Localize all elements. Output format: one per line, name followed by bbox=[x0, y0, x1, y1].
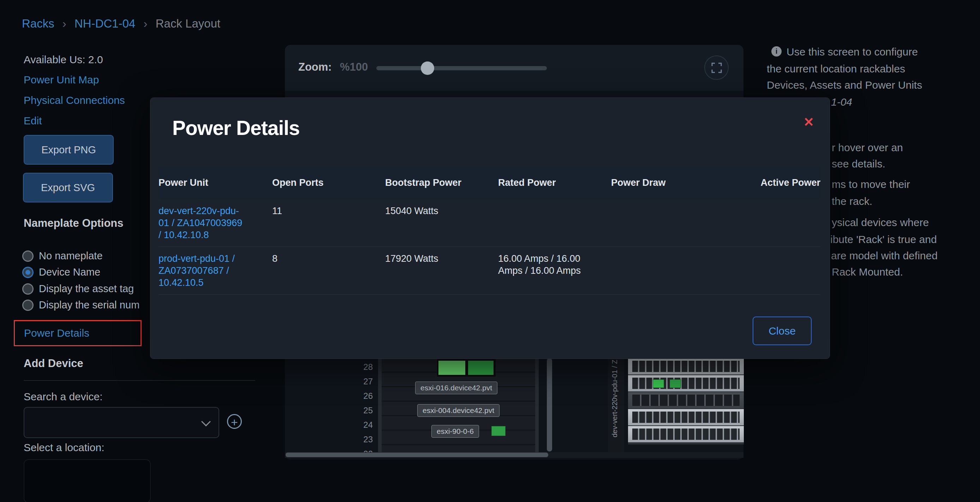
power-unit-link[interactable]: dev-vert-220v-pdu-01 / ZA1047003969 / 10… bbox=[159, 205, 247, 241]
table-row: prod-vert-pdu-01 / ZA0737007687 / 10.42.… bbox=[159, 247, 821, 295]
radio-device-name[interactable]: Device Name bbox=[22, 266, 100, 278]
sidebar-link-edit[interactable]: Edit bbox=[24, 115, 42, 127]
help-text-line: Use this screen to configure bbox=[786, 46, 918, 58]
power-details-modal: Power Details ✕ Power Unit Open Ports Bo… bbox=[150, 97, 830, 359]
radio-icon bbox=[22, 283, 33, 295]
zoom-slider-thumb[interactable] bbox=[421, 62, 434, 75]
fullscreen-button[interactable] bbox=[704, 56, 729, 80]
vertical-pdu[interactable]: dev-vert-220v-pdu-01 / Z bbox=[608, 358, 624, 453]
drive-slots bbox=[632, 411, 740, 423]
power-units-table: Power Unit Open Ports Bootstrap Power Ra… bbox=[159, 166, 821, 295]
cell-active-power bbox=[724, 199, 821, 247]
radio-no-nameplate[interactable]: No nameplate bbox=[22, 250, 103, 262]
breadcrumb-separator: › bbox=[144, 17, 148, 30]
header-rated-power: Rated Power bbox=[498, 166, 611, 199]
pdu-vertical-label: dev-vert-220v-pdu-01 / Z bbox=[611, 360, 619, 437]
help-fragment: r hover over an bbox=[832, 141, 903, 154]
drive-slots bbox=[632, 395, 740, 406]
header-bootstrap-power: Bootstrap Power bbox=[385, 166, 498, 199]
server-unit bbox=[628, 392, 744, 408]
rated-power-value: 16.00 Amps / 16.00 Amps / 16.00 Amps bbox=[498, 253, 589, 277]
cell-bootstrap-power: 15040 Watts bbox=[385, 199, 498, 247]
server-unit bbox=[628, 409, 744, 426]
header-open-ports: Open Ports bbox=[272, 166, 385, 199]
export-png-button[interactable]: Export PNG bbox=[24, 135, 114, 165]
help-fragment: see details. bbox=[832, 158, 885, 170]
sidebar-divider bbox=[24, 380, 255, 381]
device-lcd-screen bbox=[437, 359, 496, 376]
zoom-slider-track[interactable] bbox=[376, 66, 547, 70]
modal-title: Power Details bbox=[172, 116, 300, 140]
cell-rated-power bbox=[498, 199, 611, 247]
server-unit bbox=[628, 358, 744, 375]
header-active-power: Active Power bbox=[724, 166, 821, 199]
server-unit bbox=[628, 426, 744, 442]
help-fragment: ysical devices where bbox=[832, 216, 929, 229]
power-details-link-highlighted[interactable]: Power Details bbox=[14, 320, 142, 346]
device-status-screen bbox=[492, 426, 506, 436]
canvas-vertical-scrollbar[interactable] bbox=[547, 358, 552, 451]
help-fragment: ms to move their bbox=[832, 178, 910, 191]
location-select[interactable] bbox=[24, 459, 151, 502]
power-details-link-label: Power Details bbox=[24, 327, 89, 339]
select-location-label: Select a location: bbox=[24, 441, 104, 454]
breadcrumb-racks-link[interactable]: Racks bbox=[22, 17, 54, 30]
drive-slots bbox=[632, 378, 740, 389]
server-unit bbox=[628, 375, 744, 391]
sidebar-link-power-unit-map[interactable]: Power Unit Map bbox=[24, 74, 99, 86]
device-badge-esxi-90-0-6[interactable]: esxi-90-0-6 bbox=[431, 425, 479, 438]
radio-icon bbox=[22, 300, 33, 311]
rack-unit-numbers: 28 27 26 25 24 23 22 bbox=[355, 360, 373, 461]
modal-close-icon[interactable]: ✕ bbox=[803, 115, 814, 130]
cell-power-unit: prod-vert-pdu-01 / ZA0737007687 / 10.42.… bbox=[159, 247, 272, 294]
device-badge-esxi-004[interactable]: esxi-004.device42.pvt bbox=[417, 404, 500, 417]
cell-active-power bbox=[724, 247, 821, 294]
radio-display-asset-tag[interactable]: Display the asset tag bbox=[22, 283, 134, 295]
cell-bootstrap-power: 17920 Watts bbox=[385, 247, 498, 294]
cell-power-draw bbox=[611, 247, 724, 294]
header-power-draw: Power Draw bbox=[611, 166, 724, 199]
canvas-horizontal-scrollbar-thumb[interactable] bbox=[286, 453, 548, 457]
radio-display-serial-number[interactable]: Display the serial num bbox=[22, 299, 140, 311]
cell-open-ports: 8 bbox=[272, 247, 385, 294]
lcd-panel-right bbox=[468, 361, 493, 375]
help-fragment: Rack Mounted. bbox=[832, 266, 903, 278]
server-lcd-icon bbox=[670, 379, 681, 388]
lcd-panel-left bbox=[439, 361, 465, 375]
drive-slots bbox=[632, 361, 740, 372]
add-device-heading: Add Device bbox=[24, 357, 83, 370]
table-row: dev-vert-220v-pdu-01 / ZA1047003969 / 10… bbox=[159, 199, 821, 247]
cell-rated-power: 16.00 Amps / 16.00 Amps / 16.00 Amps bbox=[498, 247, 611, 294]
header-power-unit: Power Unit bbox=[159, 166, 272, 199]
help-fragment: the rack. bbox=[832, 195, 872, 208]
breadcrumb-separator: › bbox=[62, 17, 66, 30]
chevron-down-icon bbox=[201, 417, 211, 426]
add-device-button[interactable]: + bbox=[227, 414, 242, 429]
search-device-label: Search a device: bbox=[24, 391, 102, 403]
cell-power-draw bbox=[611, 199, 724, 247]
sidebar-link-physical-connections[interactable]: Physical Connections bbox=[24, 94, 125, 106]
table-header-row: Power Unit Open Ports Bootstrap Power Ra… bbox=[159, 166, 821, 199]
rack-front-image-right bbox=[628, 358, 744, 445]
help-text-line: the current location rackables bbox=[767, 62, 905, 75]
breadcrumb-rack-link[interactable]: NH-DC1-04 bbox=[75, 17, 135, 30]
breadcrumb-current: Rack Layout bbox=[156, 17, 220, 30]
radio-selected-icon bbox=[22, 267, 33, 278]
power-unit-link[interactable]: prod-vert-pdu-01 / ZA0737007687 / 10.42.… bbox=[159, 253, 247, 288]
cell-open-ports: 11 bbox=[272, 199, 385, 247]
help-text-line: Devices, Assets and Power Units bbox=[767, 79, 922, 91]
page: Racks › NH-DC1-04 › Rack Layout Availabl… bbox=[0, 0, 980, 502]
nameplate-options-heading: Nameplate Options bbox=[24, 217, 124, 229]
modal-close-button[interactable]: Close bbox=[752, 317, 811, 345]
export-svg-button[interactable]: Export SVG bbox=[23, 173, 113, 202]
device-badge-esxi-016[interactable]: esxi-016.device42.pvt bbox=[415, 381, 497, 394]
available-units-label: Available Us: 2.0 bbox=[24, 54, 103, 66]
help-fragment: ibute 'Rack' is true and bbox=[830, 233, 937, 246]
server-lcd-icon bbox=[653, 379, 664, 388]
help-rack-name-fragment: 1-04 bbox=[831, 96, 852, 108]
radio-icon bbox=[22, 250, 33, 262]
info-icon: i bbox=[772, 46, 781, 57]
fullscreen-icon bbox=[711, 62, 722, 73]
device-select[interactable] bbox=[24, 407, 219, 438]
help-fragment: are model with defined bbox=[831, 249, 938, 262]
